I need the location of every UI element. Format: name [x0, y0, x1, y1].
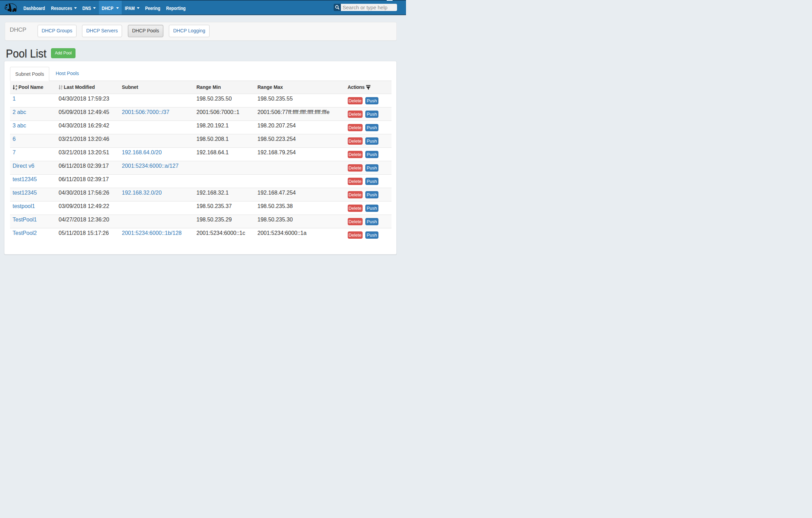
- svg-text:Z: Z: [16, 87, 17, 90]
